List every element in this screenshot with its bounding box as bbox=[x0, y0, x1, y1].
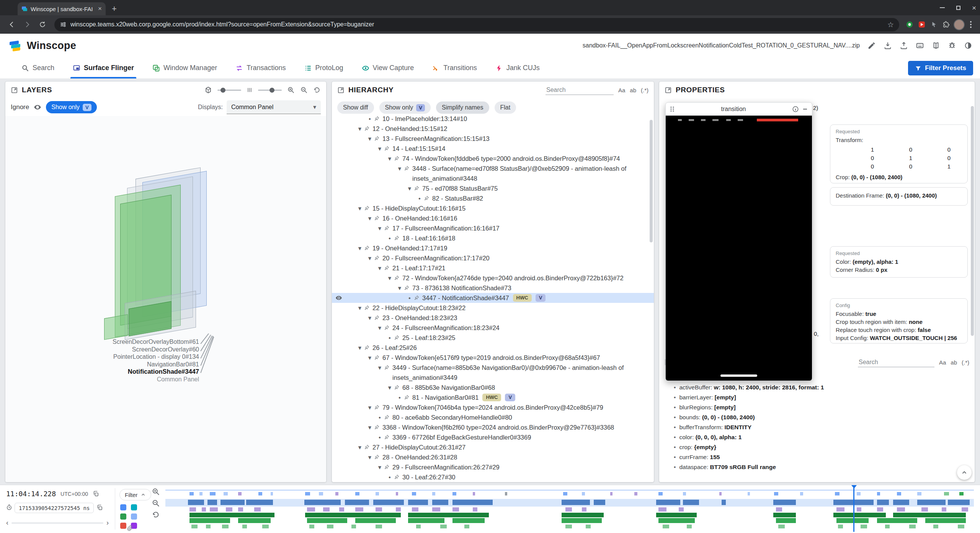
window-minimize-button[interactable] bbox=[940, 7, 945, 8]
simplify-names-button[interactable]: Simplify names bbox=[436, 101, 489, 114]
pin-icon[interactable] bbox=[374, 114, 382, 121]
tree-expand-arrow[interactable]: ▾ bbox=[366, 402, 374, 412]
hierarchy-node[interactable]: ▾26 - Leaf:25#26 bbox=[332, 343, 654, 353]
docs-icon[interactable] bbox=[932, 41, 940, 50]
trace-segment-view-capture[interactable] bbox=[909, 525, 916, 528]
overview-segment[interactable] bbox=[396, 492, 398, 495]
pin-icon[interactable] bbox=[384, 412, 392, 420]
trace-segment-transactions[interactable] bbox=[210, 507, 218, 512]
hierarchy-node[interactable]: •3369 - 67726bf EdgeBackGestureHandler0#… bbox=[332, 432, 654, 442]
hierarchy-node[interactable]: ▾73 - 8736138 NotificationShade#73 bbox=[332, 283, 654, 293]
trace-segment-surface-flinger[interactable] bbox=[220, 500, 245, 505]
trace-segment-transactions[interactable] bbox=[202, 507, 206, 512]
property-item[interactable]: •currFrame: 155 bbox=[674, 452, 824, 462]
tree-expand-arrow[interactable]: ▾ bbox=[356, 243, 364, 253]
overview-segment[interactable] bbox=[412, 492, 416, 495]
trace-type-icon[interactable] bbox=[120, 523, 126, 529]
trace-segment-view-capture[interactable] bbox=[464, 525, 469, 528]
tree-expand-arrow[interactable]: ▾ bbox=[356, 124, 364, 134]
property-item[interactable]: •bounds: (0, 0) - (1080, 2400) bbox=[674, 412, 824, 422]
hierarchy-node[interactable]: ▾16 - OneHanded:16:16#16 bbox=[332, 213, 654, 223]
overview-segment[interactable] bbox=[189, 492, 194, 495]
tree-expand-arrow[interactable]: ▾ bbox=[376, 263, 384, 273]
trace-segment-surface-flinger[interactable] bbox=[432, 500, 448, 505]
hierarchy-node[interactable]: ▾67 - WindowToken{e5176f9 type=2019 andr… bbox=[332, 353, 654, 363]
ignore-eye-icon[interactable] bbox=[34, 103, 41, 111]
hierarchy-node[interactable]: ▾17 - FullscreenMagnification:16:16#17 bbox=[332, 223, 654, 233]
overview-segment[interactable] bbox=[199, 492, 203, 495]
copy-icon[interactable] bbox=[96, 504, 103, 511]
pin-icon[interactable] bbox=[364, 343, 372, 350]
hierarchy-node[interactable]: ▾15 - HideDisplayCutout:16:16#15 bbox=[332, 203, 654, 213]
extension-icon-1[interactable] bbox=[905, 20, 915, 29]
hierarchy-node[interactable]: ▾72 - WindowToken{a2746de type=2040 andr… bbox=[332, 273, 654, 283]
trace-segment-transactions[interactable] bbox=[238, 507, 243, 512]
tree-expand-arrow[interactable]: ▾ bbox=[385, 273, 394, 283]
overview-segment[interactable] bbox=[563, 492, 567, 495]
zoom-out-icon[interactable] bbox=[152, 499, 160, 507]
trace-segment-window-manager[interactable] bbox=[562, 513, 604, 517]
tree-expand-arrow[interactable]: ▾ bbox=[405, 183, 414, 193]
trace-segment-protolog[interactable] bbox=[658, 518, 695, 523]
tree-expand-arrow[interactable]: ▾ bbox=[376, 144, 384, 154]
next-entry-button[interactable]: › bbox=[106, 519, 109, 527]
property-item[interactable]: •blurRegions: [empty] bbox=[674, 402, 824, 412]
trace-segment-transactions[interactable] bbox=[658, 507, 666, 512]
trace-segment-surface-flinger[interactable] bbox=[893, 500, 909, 505]
trace-filter-button[interactable]: Filter bbox=[119, 489, 151, 500]
trace-segment-surface-flinger[interactable] bbox=[452, 500, 493, 505]
trace-segment-transactions[interactable] bbox=[897, 507, 905, 512]
layer-label[interactable]: ScreenDecorOverlayBottom#61 bbox=[5, 338, 199, 346]
property-item[interactable]: •barrierLayer: [empty] bbox=[674, 392, 824, 402]
reload-icon[interactable] bbox=[36, 18, 49, 31]
trace-segment-view-capture[interactable] bbox=[222, 525, 229, 528]
trace-segment-view-capture[interactable] bbox=[376, 525, 382, 528]
pin-icon[interactable] bbox=[414, 293, 422, 301]
trace-segment-transactions[interactable] bbox=[412, 507, 418, 512]
match-word-icon[interactable]: ab bbox=[951, 359, 957, 366]
trace-segment-protolog[interactable] bbox=[925, 518, 966, 523]
show-only-v-button[interactable]: Show only V bbox=[379, 101, 431, 114]
paperclip-icon[interactable] bbox=[126, 525, 132, 531]
trace-type-icon[interactable] bbox=[120, 513, 126, 520]
trace-segment-surface-flinger[interactable] bbox=[373, 500, 404, 505]
properties-scrollbar[interactable] bbox=[971, 106, 974, 336]
new-tab-button[interactable]: + bbox=[112, 5, 117, 13]
rotation-3d-icon[interactable] bbox=[204, 86, 212, 94]
trace-segment-protolog[interactable] bbox=[452, 518, 485, 523]
window-close-button[interactable]: × bbox=[972, 4, 976, 11]
pin-icon[interactable] bbox=[374, 253, 382, 261]
trace-segment-surface-flinger[interactable] bbox=[683, 500, 699, 505]
hierarchy-node[interactable]: ▾14 - Leaf:15:15#14 bbox=[332, 144, 654, 154]
tab-close-icon[interactable]: × bbox=[98, 5, 102, 13]
property-item[interactable]: •bufferTransform: IDENTITY bbox=[674, 422, 824, 432]
overview-segment[interactable] bbox=[610, 492, 612, 495]
trace-segment-transactions[interactable] bbox=[776, 507, 782, 512]
hierarchy-node[interactable]: ▾79 - WindowToken{7046b4a type=2024 andr… bbox=[332, 402, 654, 412]
hierarchy-node[interactable]: ▾74 - WindowToken{fdddbe6 type=2000 andr… bbox=[332, 154, 654, 163]
trace-segment-window-manager[interactable] bbox=[408, 513, 489, 517]
hierarchy-node[interactable]: ▾3448 - Surface(name=ed70f88 StatusBar)/… bbox=[332, 163, 654, 183]
reset-view-icon[interactable] bbox=[313, 86, 321, 94]
address-bar[interactable]: winscope.teams.x20web.corp.google.com/pr… bbox=[54, 18, 899, 31]
extension-icon-cursor[interactable] bbox=[929, 20, 939, 29]
properties-search-input[interactable]: Search bbox=[858, 358, 934, 367]
trace-segment-surface-flinger[interactable] bbox=[304, 500, 341, 505]
trace-segment-view-capture[interactable] bbox=[565, 525, 572, 528]
trace-segment-transactions[interactable] bbox=[565, 507, 572, 512]
bug-report-icon[interactable] bbox=[948, 41, 956, 50]
hierarchy-node[interactable]: ▾12 - OneHanded:15:15#12 bbox=[332, 124, 654, 134]
trace-segment-transactions[interactable] bbox=[452, 507, 459, 512]
layer-label[interactable]: NotificationShade#3447 bbox=[5, 368, 199, 376]
trace-segment-window-manager[interactable] bbox=[773, 513, 796, 517]
overview-segment[interactable] bbox=[748, 492, 750, 495]
tree-expand-arrow[interactable]: ▾ bbox=[366, 313, 374, 323]
window-maximize-button[interactable] bbox=[956, 6, 960, 10]
device-screenshot[interactable] bbox=[666, 116, 812, 381]
pin-icon[interactable] bbox=[394, 233, 402, 241]
pin-icon[interactable] bbox=[364, 124, 372, 131]
tree-expand-arrow[interactable]: ▾ bbox=[356, 303, 364, 313]
trace-segment-view-capture[interactable] bbox=[262, 525, 269, 528]
overview-segment[interactable] bbox=[917, 492, 921, 495]
pin-icon[interactable] bbox=[424, 193, 432, 201]
